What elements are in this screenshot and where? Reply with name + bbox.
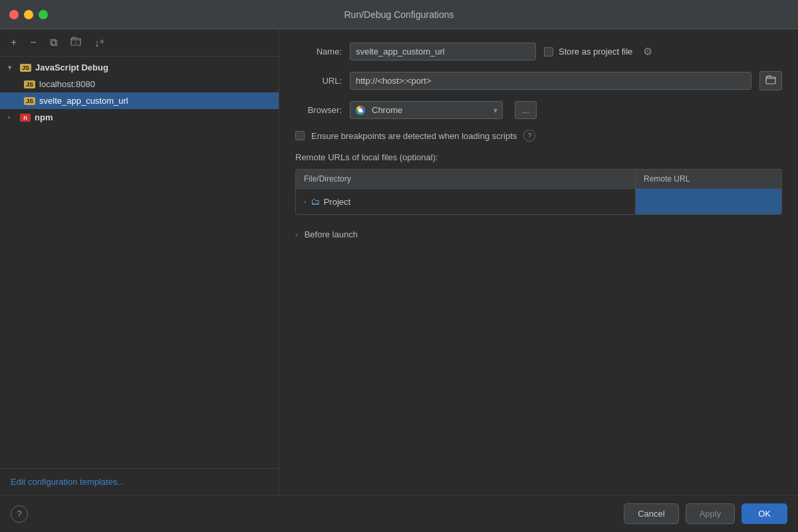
breakpoints-row: Ensure breakpoints are detected when loa… [295,130,782,142]
browser-select[interactable]: Chrome Firefox Safari Edge [350,101,503,119]
name-row-right: Store as project file ⚙ [544,45,652,58]
left-footer: Edit configuration templates... [0,468,279,495]
store-project-checkbox[interactable] [544,47,553,57]
js-debug-group-label: JavaScript Debug [35,63,108,72]
remote-urls-table: File/Directory Remote URL › 🗂 Project [295,169,782,215]
remote-url-cell[interactable] [635,189,781,214]
breakpoints-label: Ensure breakpoints are detected when loa… [311,131,517,141]
expand-arrow-js-debug: ▾ [8,64,16,71]
bottom-bar: ? Cancel Apply OK [0,495,798,532]
store-project-row: Store as project file [544,47,632,57]
name-label: Name: [295,47,342,57]
maximize-button[interactable] [39,10,48,19]
traffic-lights [9,10,48,19]
remote-url-input[interactable] [644,197,773,207]
toolbar: + − ⧉ + ↓ᵃ [0,29,279,57]
window-title: Run/Debug Configurations [344,9,454,20]
npm-group-label: npm [35,112,53,122]
npm-badge: n [20,114,31,122]
remove-configuration-button[interactable]: − [27,35,39,50]
close-button[interactable] [9,10,19,19]
svg-text:+: + [74,41,77,45]
browser-row: Browser: Chrome Firefo [295,101,782,119]
url-row: URL: [295,71,782,90]
table-header: File/Directory Remote URL [296,170,781,189]
new-folder-button[interactable]: + [68,35,84,51]
row-expand-arrow: › [304,198,307,205]
url-label: URL: [295,76,342,86]
copy-configuration-button[interactable]: ⧉ [47,35,60,50]
file-directory-header: File/Directory [296,170,635,188]
before-launch-arrow: › [295,231,298,239]
tree-item-localhost[interactable]: JS localhost:8080 [0,76,279,92]
cancel-button[interactable]: Cancel [624,503,678,524]
tree-group-js-debug[interactable]: ▾ JS JavaScript Debug [0,59,279,76]
breakpoints-help-icon[interactable]: ? [523,130,535,142]
before-launch-label: Before launch [305,229,358,239]
js-badge-group: JS [20,64,31,72]
localhost-label: localhost:8080 [39,79,95,89]
before-launch-section[interactable]: › Before launch [295,229,782,239]
edit-templates-link[interactable]: Edit configuration templates... [11,477,124,487]
project-folder-icon: 🗂 [311,196,320,207]
table-row[interactable]: › 🗂 Project [296,189,781,214]
remote-urls-title: Remote URLs of local files (optional): [295,152,782,162]
browser-more-button[interactable]: ... [515,101,537,119]
minimize-button[interactable] [24,10,33,19]
breakpoints-checkbox[interactable] [295,131,305,140]
project-label: Project [324,197,350,207]
js-badge-svelte: JS [24,97,35,105]
right-panel: Name: Store as project file ⚙ URL: [279,29,798,495]
store-project-label: Store as project file [559,47,632,57]
url-input[interactable] [350,72,751,90]
svelte-app-label: svelte_app_custom_url [39,96,128,106]
configuration-tree: ▾ JS JavaScript Debug JS localhost:8080 … [0,57,279,468]
file-directory-cell: › 🗂 Project [296,191,635,212]
js-badge-localhost: JS [24,80,35,88]
remote-url-header: Remote URL [635,170,781,188]
help-button[interactable]: ? [11,505,28,523]
left-panel: + − ⧉ + ↓ᵃ ▾ JS JavaScript Debug [0,29,279,495]
name-row: Name: Store as project file ⚙ [295,43,782,61]
apply-button[interactable]: Apply [686,503,735,524]
tree-item-svelte-app[interactable]: JS svelte_app_custom_url [0,92,279,109]
ok-button[interactable]: OK [741,503,787,524]
expand-arrow-npm: › [8,114,16,121]
browser-select-wrapper: Chrome Firefox Safari Edge ▾ [350,101,503,119]
add-configuration-button[interactable]: + [8,35,19,50]
tree-group-npm[interactable]: › n npm [0,109,279,126]
bottom-buttons: Cancel Apply OK [624,503,787,524]
name-input[interactable] [350,43,536,61]
browser-label: Browser: [295,105,342,115]
sort-button[interactable]: ↓ᵃ [92,35,106,51]
url-folder-button[interactable] [759,71,782,90]
title-bar: Run/Debug Configurations [0,0,798,29]
settings-icon[interactable]: ⚙ [643,45,652,58]
main-layout: + − ⧉ + ↓ᵃ ▾ JS JavaScript Debug [0,29,798,495]
